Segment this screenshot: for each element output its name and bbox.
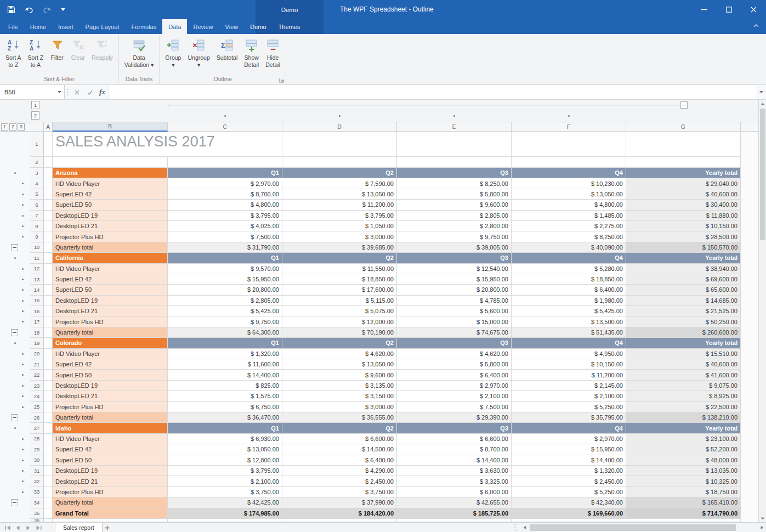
value-cell[interactable]: $ 13,035.00 [626, 466, 741, 476]
value-cell[interactable]: $ 52,200.00 [626, 444, 741, 455]
scroll-up-icon[interactable] [759, 100, 766, 107]
cell[interactable] [44, 423, 53, 433]
value-cell[interactable]: $ 4,800.00 [512, 200, 626, 210]
value-cell[interactable]: $ 2,805.00 [168, 296, 282, 306]
quarter-header-cell[interactable]: Q2 [282, 338, 397, 348]
collapse-row-group-button[interactable] [11, 414, 18, 421]
total-value-cell[interactable]: $ 36,555.00 [282, 412, 397, 423]
column-outline-level-1-button[interactable]: 1 [31, 101, 39, 109]
value-cell[interactable]: $ 5,800.00 [397, 359, 512, 370]
total-value-cell[interactable]: $ 165,410.00 [626, 497, 741, 508]
column-header-g[interactable]: G [626, 122, 741, 132]
row-header-2[interactable]: 2 [30, 157, 44, 168]
sort-a-to-z-button[interactable]: AZSort A to Z [2, 36, 25, 70]
row-header-6[interactable]: 6 [30, 200, 44, 210]
value-cell[interactable]: $ 9,600.00 [282, 370, 397, 380]
hide-detail-button[interactable]: Hide Detail [262, 36, 283, 70]
cell[interactable] [282, 132, 397, 157]
value-cell[interactable]: $ 5,425.00 [512, 306, 626, 316]
value-cell[interactable]: $ 10,150.00 [626, 221, 741, 231]
hscroll-left-icon[interactable] [521, 523, 529, 532]
total-value-cell[interactable]: $ 74,675.00 [397, 327, 512, 338]
cell[interactable] [44, 157, 53, 168]
value-cell[interactable]: $ 11,880.00 [626, 211, 741, 221]
product-name-cell[interactable]: SuperLED 42 [53, 274, 168, 285]
quarter-header-cell[interactable]: Q1 [168, 423, 282, 433]
cell[interactable] [44, 200, 53, 210]
value-cell[interactable]: $ 18,850.00 [282, 274, 397, 285]
total-value-cell[interactable]: $ 36,470.00 [168, 412, 282, 423]
row-header-4[interactable]: 4 [30, 178, 44, 189]
total-value-cell[interactable]: $ 40,090.00 [512, 242, 626, 253]
cell[interactable] [44, 455, 53, 466]
first-sheet-icon[interactable] [2, 523, 13, 532]
total-value-cell[interactable]: $ 31,790.00 [168, 242, 282, 253]
formula-bar-splitter[interactable] [65, 85, 71, 99]
state-name-cell[interactable]: Idaho [53, 423, 168, 433]
total-value-cell[interactable]: $ 35,795.00 [512, 412, 626, 423]
ribbon-tab-home[interactable]: Home [24, 19, 52, 34]
total-value-cell[interactable]: $ 51,435.00 [512, 327, 626, 338]
cell[interactable] [44, 359, 53, 370]
value-cell[interactable]: $ 2,970.00 [397, 381, 512, 391]
value-cell[interactable]: $ 4,620.00 [397, 349, 512, 359]
product-name-cell[interactable]: SuperLED 50 [53, 285, 168, 295]
cell[interactable] [44, 285, 53, 295]
row-header-3[interactable]: 3 [30, 168, 44, 178]
value-cell[interactable]: $ 7,500.00 [397, 402, 512, 412]
quarter-header-cell[interactable]: Q4 [512, 168, 626, 178]
row-header-33[interactable]: 33 [30, 487, 44, 497]
state-name-cell[interactable]: Colorado [53, 338, 168, 348]
value-cell[interactable]: $ 5,800.00 [397, 189, 512, 200]
product-name-cell[interactable]: DesktopLED 19 [53, 211, 168, 221]
value-cell[interactable]: $ 8,925.00 [626, 391, 741, 401]
value-cell[interactable]: $ 22,500.00 [626, 402, 741, 412]
data-validation-button[interactable]: Data Validation ▾ [121, 36, 157, 70]
value-cell[interactable]: $ 3,135.00 [282, 381, 397, 391]
cell[interactable] [512, 132, 626, 157]
ribbon-tab-view[interactable]: View [219, 19, 245, 34]
value-cell[interactable]: $ 15,510.00 [626, 349, 741, 359]
value-cell[interactable]: $ 5,075.00 [282, 306, 397, 316]
title-cell[interactable]: SALES ANALYSIS 2017 [53, 132, 168, 157]
value-cell[interactable]: $ 2,100.00 [397, 391, 512, 401]
sort-z-to-a-button[interactable]: ZASort Z to A [25, 36, 47, 70]
column-header-e[interactable]: E [397, 122, 512, 132]
cell[interactable] [44, 508, 53, 519]
total-value-cell[interactable]: $ 39,685.00 [282, 242, 397, 253]
value-cell[interactable]: $ 14,400.00 [168, 370, 282, 380]
quarter-header-cell[interactable]: Q2 [282, 168, 397, 178]
maximize-button[interactable] [717, 0, 741, 19]
value-cell[interactable]: $ 2,805.00 [397, 211, 512, 221]
product-name-cell[interactable]: Projector Plus HD [53, 231, 168, 242]
product-name-cell[interactable]: SuperLED 42 [53, 444, 168, 455]
total-value-cell[interactable]: $ 64,300.00 [168, 327, 282, 338]
quarter-header-cell[interactable]: Q1 [168, 168, 282, 178]
product-name-cell[interactable]: DesktopLED 21 [53, 221, 168, 231]
row-header-11[interactable]: 11 [30, 253, 44, 263]
row-header-25[interactable]: 25 [30, 402, 44, 412]
cell[interactable] [44, 189, 53, 200]
value-cell[interactable]: $ 2,100.00 [512, 391, 626, 401]
horizontal-scrollbar[interactable] [530, 523, 758, 532]
value-cell[interactable]: $ 9,075.00 [626, 381, 741, 391]
value-cell[interactable]: $ 2,970.00 [512, 434, 626, 444]
value-cell[interactable]: $ 4,800.00 [168, 200, 282, 210]
cell[interactable] [44, 370, 53, 380]
row-header-10[interactable]: 10 [30, 242, 44, 253]
ribbon-tab-demo[interactable]: Demo [244, 19, 272, 34]
dialog-launcher-icon[interactable] [279, 78, 284, 83]
cell[interactable] [44, 412, 53, 423]
cell[interactable] [512, 519, 626, 522]
cell[interactable] [44, 434, 53, 444]
product-name-cell[interactable]: Projector Plus HD [53, 316, 168, 327]
cell[interactable] [44, 274, 53, 285]
value-cell[interactable]: $ 8,700.00 [168, 189, 282, 200]
cell[interactable] [44, 338, 53, 348]
filter-button[interactable]: Filter [47, 36, 67, 63]
cell[interactable] [626, 132, 741, 157]
value-cell[interactable]: $ 20,800.00 [397, 285, 512, 295]
value-cell[interactable]: $ 13,050.00 [512, 189, 626, 200]
row-header-34[interactable]: 34 [30, 497, 44, 508]
value-cell[interactable]: $ 2,970.00 [168, 178, 282, 189]
